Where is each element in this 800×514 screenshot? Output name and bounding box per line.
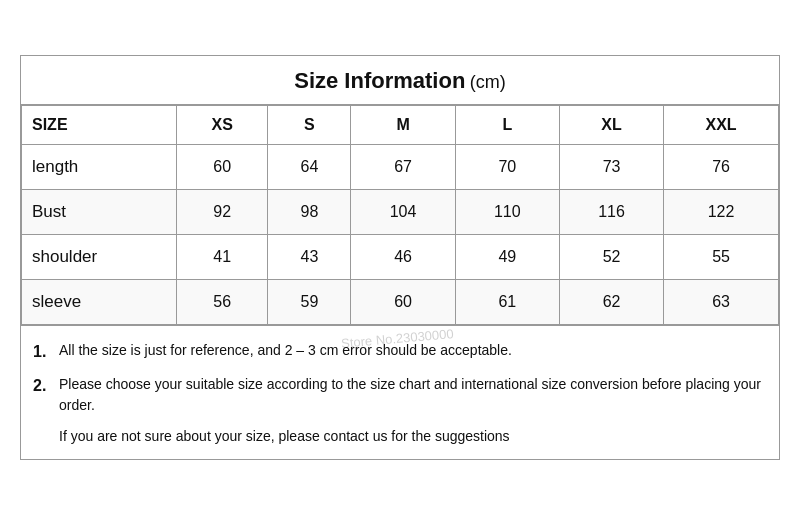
table-row: sleeve565960616263: [22, 279, 779, 324]
row-label: length: [22, 144, 177, 189]
row-cell: 73: [559, 144, 663, 189]
row-cell: 49: [455, 234, 559, 279]
row-cell: 67: [351, 144, 455, 189]
col-header-xs: XS: [177, 105, 268, 144]
row-cell: 56: [177, 279, 268, 324]
row-cell: 122: [664, 189, 779, 234]
note-text-2: Please choose your suitable size accordi…: [59, 374, 767, 416]
note-item-1: 1.All the size is just for reference, an…: [33, 340, 767, 364]
size-chart-container: Size Information (cm) SIZE XS S M L XL X…: [20, 55, 780, 460]
note-text-1: All the size is just for reference, and …: [59, 340, 512, 361]
title-unit: (cm): [470, 72, 506, 92]
note-number-1: 1.: [33, 340, 55, 364]
table-row: shoulder414346495255: [22, 234, 779, 279]
table-row: length606467707376: [22, 144, 779, 189]
row-label: shoulder: [22, 234, 177, 279]
row-cell: 98: [268, 189, 351, 234]
row-cell: 59: [268, 279, 351, 324]
title-main: Size Information: [294, 68, 465, 93]
row-cell: 43: [268, 234, 351, 279]
table-header-row: SIZE XS S M L XL XXL: [22, 105, 779, 144]
row-cell: 92: [177, 189, 268, 234]
notes-section: 1.All the size is just for reference, an…: [21, 325, 779, 459]
col-header-l: L: [455, 105, 559, 144]
row-cell: 64: [268, 144, 351, 189]
row-cell: 63: [664, 279, 779, 324]
row-cell: 110: [455, 189, 559, 234]
row-cell: 55: [664, 234, 779, 279]
note-number-2: 2.: [33, 374, 55, 398]
extra-note: If you are not sure about your size, ple…: [33, 426, 767, 447]
row-label: sleeve: [22, 279, 177, 324]
row-cell: 61: [455, 279, 559, 324]
title-row: Size Information (cm): [21, 56, 779, 105]
col-header-m: M: [351, 105, 455, 144]
row-cell: 46: [351, 234, 455, 279]
row-cell: 60: [351, 279, 455, 324]
row-cell: 52: [559, 234, 663, 279]
row-cell: 116: [559, 189, 663, 234]
row-cell: 104: [351, 189, 455, 234]
row-cell: 62: [559, 279, 663, 324]
row-cell: 60: [177, 144, 268, 189]
size-table: SIZE XS S M L XL XXL length606467707376B…: [21, 105, 779, 325]
row-cell: 41: [177, 234, 268, 279]
col-header-xl: XL: [559, 105, 663, 144]
note-item-2: 2.Please choose your suitable size accor…: [33, 374, 767, 416]
col-header-xxl: XXL: [664, 105, 779, 144]
col-header-size: SIZE: [22, 105, 177, 144]
row-label: Bust: [22, 189, 177, 234]
row-cell: 70: [455, 144, 559, 189]
col-header-s: S: [268, 105, 351, 144]
table-row: Bust9298104110116122: [22, 189, 779, 234]
row-cell: 76: [664, 144, 779, 189]
